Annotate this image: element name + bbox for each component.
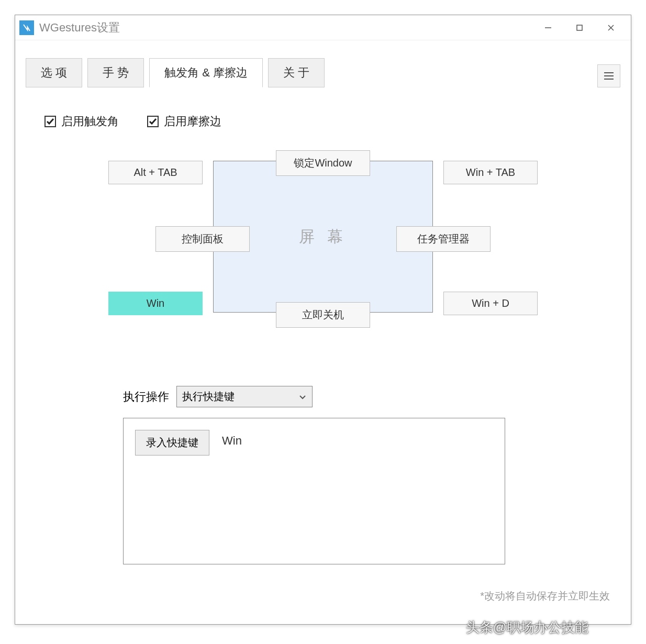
- titlebar: WGestures设置: [15, 15, 631, 40]
- edge-top-button[interactable]: 锁定Window: [276, 150, 370, 176]
- tabs-row: 选 项 手 势 触发角 & 摩擦边 关 于: [15, 40, 631, 87]
- operation-label: 执行操作: [123, 389, 169, 405]
- tab-content: 启用触发角 启用摩擦边 屏 幕 Alt + TAB 锁定Window Win +…: [15, 87, 631, 575]
- footnote-text: *改动将自动保存并立即生效: [480, 589, 610, 603]
- app-icon: [19, 20, 34, 35]
- tab-about[interactable]: 关 于: [268, 58, 325, 87]
- minimize-button[interactable]: [532, 17, 564, 38]
- svg-rect-1: [577, 25, 582, 30]
- tab-hotcorners[interactable]: 触发角 & 摩擦边: [149, 58, 263, 87]
- window-controls: [532, 17, 627, 38]
- hotkey-display: Win: [222, 430, 242, 448]
- tab-gestures[interactable]: 手 势: [87, 58, 144, 87]
- content-area: 选 项 手 势 触发角 & 摩擦边 关 于 启用触发角: [15, 40, 631, 575]
- tab-options[interactable]: 选 项: [26, 58, 82, 87]
- operation-select-value: 执行快捷键: [182, 390, 235, 404]
- operation-row: 执行操作 执行快捷键: [123, 386, 602, 407]
- edge-left-button[interactable]: 控制面板: [155, 226, 250, 252]
- corner-bottom-right-button[interactable]: Win + D: [443, 292, 538, 315]
- menu-button[interactable]: [597, 64, 620, 87]
- edge-right-button[interactable]: 任务管理器: [396, 226, 491, 252]
- maximize-button[interactable]: [564, 17, 595, 38]
- watermark-text: 头条@职场办公技能: [466, 618, 588, 637]
- chevron-down-icon: [298, 393, 307, 401]
- hotkey-panel: 录入快捷键 Win: [123, 418, 505, 564]
- close-button[interactable]: [595, 17, 627, 38]
- window-title: WGestures设置: [39, 20, 532, 36]
- corner-top-left-button[interactable]: Alt + TAB: [108, 161, 203, 184]
- checkbox-row: 启用触发角 启用摩擦边: [44, 114, 602, 129]
- settings-window: WGestures设置 选 项 手 势 触发角 & 摩擦边 关 于: [15, 15, 631, 625]
- checkbox-label: 启用触发角: [61, 114, 119, 129]
- corner-top-right-button[interactable]: Win + TAB: [443, 161, 538, 184]
- checkbox-label: 启用摩擦边: [164, 114, 221, 129]
- checkbox-enable-edges[interactable]: 启用摩擦边: [147, 114, 221, 129]
- check-icon: [44, 116, 56, 127]
- record-hotkey-button[interactable]: 录入快捷键: [135, 430, 209, 456]
- checkbox-enable-corners[interactable]: 启用触发角: [44, 114, 119, 129]
- check-icon: [147, 116, 159, 127]
- screen-grid: 屏 幕 Alt + TAB 锁定Window Win + TAB 控制面板 任务…: [77, 156, 569, 344]
- corner-bottom-left-button[interactable]: Win: [108, 292, 203, 315]
- operation-select[interactable]: 执行快捷键: [176, 386, 313, 407]
- edge-bottom-button[interactable]: 立即关机: [276, 302, 370, 328]
